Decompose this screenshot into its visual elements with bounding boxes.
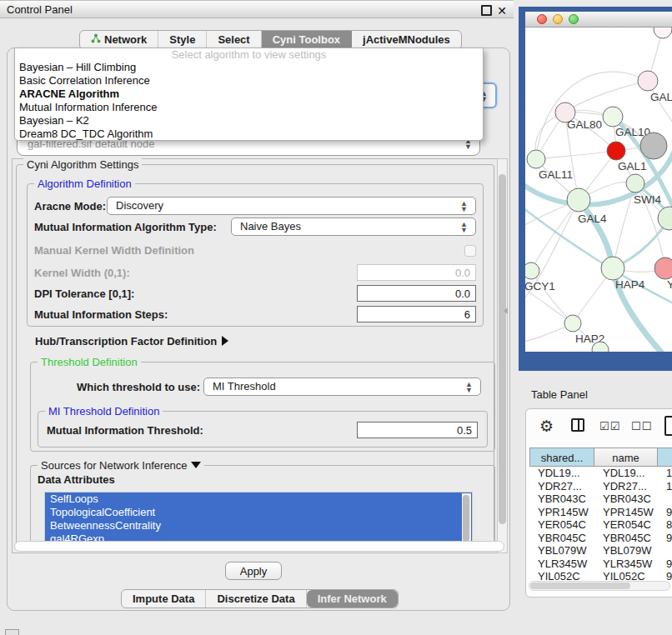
settings-vscrollbar[interactable] — [497, 158, 508, 553]
attributes-scrollbar[interactable] — [462, 493, 471, 547]
mi-threshold-group: MI Threshold Definition Mutual Informati… — [38, 411, 488, 448]
table-cell: YER054C — [594, 518, 658, 532]
algorithm-option-bayesian-k2[interactable]: Bayesian – K2 — [15, 114, 483, 128]
column-header-name[interactable]: name — [594, 448, 658, 467]
minimize-traffic-light-icon[interactable] — [553, 14, 563, 24]
algorithm-option-basic-correlation-inference[interactable]: Basic Correlation Inference — [15, 74, 483, 88]
attribute-item-betweennesscentrality[interactable]: BetweennessCentrality — [45, 519, 472, 532]
manual-kernel-checkbox[interactable] — [464, 245, 476, 257]
column-header-shared-[interactable]: shared... — [529, 448, 594, 467]
table-hscrollbar[interactable] — [529, 581, 670, 591]
tab-style[interactable]: Style — [158, 31, 207, 49]
aracne-mode-combobox[interactable]: Discovery ▲▼ — [107, 197, 476, 215]
bottom-tab-infer-network[interactable]: Infer Network — [307, 590, 398, 608]
table-row[interactable]: YBR043CYBR043C — [529, 492, 672, 506]
close-icon[interactable]: ✕ — [497, 2, 507, 20]
table-cell: YBL079W — [529, 544, 594, 558]
kernel-width-field[interactable]: 0.0 — [357, 264, 476, 281]
kernel-width-label: Kernel Width (0,1): — [34, 267, 130, 279]
network-node-hap4[interactable] — [601, 257, 624, 280]
network-node-hap2[interactable] — [564, 315, 581, 332]
column-header-a[interactable]: A — [658, 448, 672, 467]
table-cell: YDR27... — [529, 480, 594, 493]
network-edge[interactable] — [565, 81, 648, 112]
network-node-swi4[interactable] — [626, 174, 644, 192]
tab-jactivemnodules[interactable]: jActiveMNodules — [352, 31, 461, 49]
network-node-gal[interactable] — [638, 71, 658, 91]
network-node-gcy1[interactable] — [525, 262, 539, 279]
mi-steps-field[interactable]: 6 — [357, 306, 476, 322]
attribute-item-topologicalcoefficient[interactable]: TopologicalCoefficient — [45, 506, 472, 519]
spinner-arrows-icon: ▲▼ — [460, 221, 468, 232]
table-cell: YDL19... — [529, 467, 594, 480]
network-node-gal10[interactable] — [603, 107, 623, 127]
table-row[interactable]: YDL19...YDL19...13 — [529, 467, 672, 480]
apply-button[interactable]: Apply — [225, 562, 282, 580]
sources-title-text: Sources for Network Inference — [41, 459, 188, 472]
network-node-y[interactable] — [654, 258, 672, 279]
dropdown-list: Bayesian – Hill ClimbingBasic Correlatio… — [15, 61, 483, 141]
mi-type-combobox[interactable]: Naive Bayes ▲▼ — [231, 218, 476, 236]
table-panel-title: Table Panel — [531, 388, 588, 401]
screen: Control Panel ✕ NetworkStyleSelectCyni T… — [0, 0, 672, 635]
mi-threshold-group-title: MI Threshold Definition — [45, 405, 163, 418]
gear-icon[interactable]: ⚙ — [539, 417, 554, 436]
bottom-tab-impute-data[interactable]: Impute Data — [122, 590, 206, 608]
node-label: GAL4 — [578, 212, 607, 225]
algorithm-option-aracne-algorithm[interactable]: ARACNE Algorithm — [15, 88, 483, 101]
attribute-item-selfloops[interactable]: SelfLoops — [45, 492, 472, 506]
network-node-gal1[interactable] — [607, 142, 625, 160]
network-canvas[interactable]: GALGAL80GAL10GAL1GAL11SWI4GAL4GCY1HAP4YH… — [525, 28, 672, 352]
table-cell: YDR27... — [594, 480, 658, 493]
network-node[interactable] — [654, 28, 672, 38]
bottom-tab-discretize-data[interactable]: Discretize Data — [206, 590, 306, 608]
export-table-icon[interactable] — [664, 416, 672, 436]
table-cell: YIL052C — [529, 570, 594, 581]
network-edge[interactable] — [536, 151, 616, 159]
table-row[interactable]: YBL079WYBL079W — [529, 544, 672, 558]
algorithm-option-bayesian-hill-climbing[interactable]: Bayesian – Hill Climbing — [15, 61, 483, 74]
deselect-all-checkboxes-icon[interactable]: ☐☐ — [631, 420, 652, 432]
mi-threshold-field[interactable]: 0.5 — [357, 422, 478, 438]
node-label: GAL1 — [618, 160, 647, 172]
table-row[interactable]: YBR045CYBR045C9. — [529, 532, 672, 545]
tab-cyni-toolbox[interactable]: Cyni Toolbox — [262, 31, 352, 49]
table-row[interactable]: YLR345WYLR345W9. — [529, 558, 672, 571]
columns-icon[interactable] — [571, 418, 584, 432]
splitpane-handle-icon[interactable] — [504, 308, 508, 314]
dpi-tolerance-field[interactable]: 0.0 — [357, 285, 476, 302]
desktop-icon[interactable] — [5, 629, 19, 635]
tab-network[interactable]: Network — [80, 31, 158, 49]
control-panel-title: Control Panel — [7, 3, 73, 16]
table-header: shared...nameA — [529, 448, 672, 467]
network-node-gal11[interactable] — [527, 150, 545, 168]
network-node-gal4[interactable] — [567, 188, 590, 212]
tab-select[interactable]: Select — [207, 31, 261, 49]
select-all-checkboxes-icon[interactable]: ☑☑ — [599, 420, 620, 432]
which-threshold-combobox[interactable]: MI Threshold ▲▼ — [203, 378, 481, 396]
which-threshold-label: Which threshold to use: — [77, 381, 200, 393]
hub-definition-label: Hub/Transcription Factor Definition — [35, 335, 217, 348]
table-row[interactable]: YER054CYER054C8. — [529, 518, 672, 532]
table-row[interactable]: YIL052CYIL052C9. — [529, 570, 672, 581]
table-cell — [658, 544, 672, 558]
hub-definition-toggle[interactable]: Hub/Transcription Factor Definition — [35, 335, 228, 348]
network-node[interactable] — [658, 207, 672, 230]
table-row[interactable]: YPR145WYPR145W9. — [529, 506, 672, 519]
settings-scrollpane: Cyni Algorithm Settings Algorithm Defini… — [12, 158, 508, 553]
algorithm-option-dream8-dc-tdc-algorithm[interactable]: Dream8 DC_TDC Algorithm — [15, 128, 483, 141]
table-row[interactable]: YDR27...YDR27...12 — [529, 480, 672, 493]
spinner-arrows-icon: ▲▼ — [465, 381, 473, 392]
network-node[interactable] — [640, 132, 667, 159]
zoom-traffic-light-icon[interactable] — [569, 14, 579, 24]
sources-group-title[interactable]: Sources for Network Inference — [38, 459, 204, 472]
sources-group: Sources for Network Inference Data Attri… — [30, 465, 495, 545]
network-window-titlebar[interactable] — [525, 12, 672, 28]
settings-hscrollbar[interactable] — [14, 541, 504, 552]
maximize-icon[interactable] — [481, 5, 492, 16]
close-traffic-light-icon[interactable] — [537, 14, 547, 24]
threshold-definition-group: Threshold Definition Which threshold to … — [30, 362, 495, 452]
table-cell — [658, 492, 672, 506]
bottom-tabs: Impute DataDiscretize DataInfer Network — [121, 589, 399, 608]
algorithm-option-mutual-information-inference[interactable]: Mutual Information Inference — [15, 101, 483, 114]
